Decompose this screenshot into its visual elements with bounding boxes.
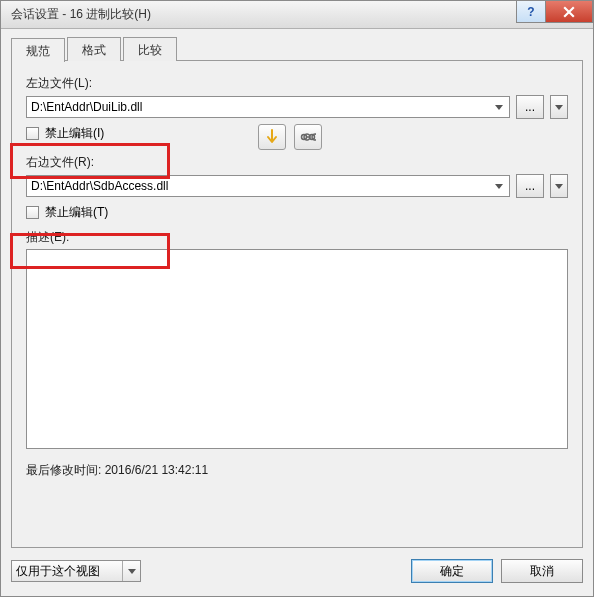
left-browse-button[interactable]: ... xyxy=(516,95,544,119)
chevron-down-icon xyxy=(491,178,507,194)
help-button[interactable]: ? xyxy=(516,1,546,23)
description-textarea[interactable] xyxy=(26,249,568,449)
chevron-down-icon xyxy=(122,561,140,581)
ellipsis-icon: ... xyxy=(525,179,535,193)
arrow-down-icon xyxy=(265,129,279,145)
tab-spec[interactable]: 规范 xyxy=(11,38,65,62)
left-file-combo[interactable]: D:\EntAddr\DuiLib.dll xyxy=(26,96,510,118)
right-file-label: 右边文件(R): xyxy=(26,154,568,171)
left-forbid-checkbox[interactable] xyxy=(26,127,39,140)
right-browse-button[interactable]: ... xyxy=(516,174,544,198)
close-button[interactable] xyxy=(545,1,593,23)
cancel-button[interactable]: 取消 xyxy=(501,559,583,583)
scope-value: 仅用于这个视图 xyxy=(16,563,100,580)
scope-combo[interactable]: 仅用于这个视图 xyxy=(11,560,141,582)
tab-panel-spec: 左边文件(L): D:\EntAddr\DuiLib.dll ... 禁止编辑(… xyxy=(11,60,583,548)
ellipsis-icon: ... xyxy=(525,100,535,114)
left-file-label: 左边文件(L): xyxy=(26,75,568,92)
ok-button[interactable]: 确定 xyxy=(411,559,493,583)
window-title: 会话设置 - 16 进制比较(H) xyxy=(11,6,151,23)
tabstrip: 规范 格式 比较 xyxy=(11,37,583,61)
tab-compare[interactable]: 比较 xyxy=(123,37,177,61)
titlebar: 会话设置 - 16 进制比较(H) ? xyxy=(1,1,593,29)
right-file-value: D:\EntAddr\SdbAccess.dll xyxy=(31,179,168,193)
right-forbid-checkbox[interactable] xyxy=(26,206,39,219)
dialog-window: 会话设置 - 16 进制比较(H) ? 规范 格式 比较 左边文件(L): D:… xyxy=(0,0,594,597)
dialog-footer: 仅用于这个视图 确定 取消 xyxy=(11,556,583,586)
tab-format[interactable]: 格式 xyxy=(67,37,121,61)
description-label: 描述(E): xyxy=(26,229,568,246)
right-forbid-label: 禁止编辑(T) xyxy=(45,204,108,221)
chevron-down-icon xyxy=(555,184,563,189)
right-file-combo[interactable]: D:\EntAddr\SdbAccess.dll xyxy=(26,175,510,197)
last-modified: 最后修改时间: 2016/6/21 13:42:11 xyxy=(26,462,568,479)
right-dropdown-button[interactable] xyxy=(550,174,568,198)
left-forbid-label: 禁止编辑(I) xyxy=(45,125,104,142)
link-icon xyxy=(300,132,316,142)
close-icon xyxy=(563,6,575,18)
chevron-down-icon xyxy=(555,105,563,110)
left-dropdown-button[interactable] xyxy=(550,95,568,119)
left-file-value: D:\EntAddr\DuiLib.dll xyxy=(31,100,142,114)
swap-button[interactable] xyxy=(258,124,286,150)
link-button[interactable] xyxy=(294,124,322,150)
chevron-down-icon xyxy=(491,99,507,115)
